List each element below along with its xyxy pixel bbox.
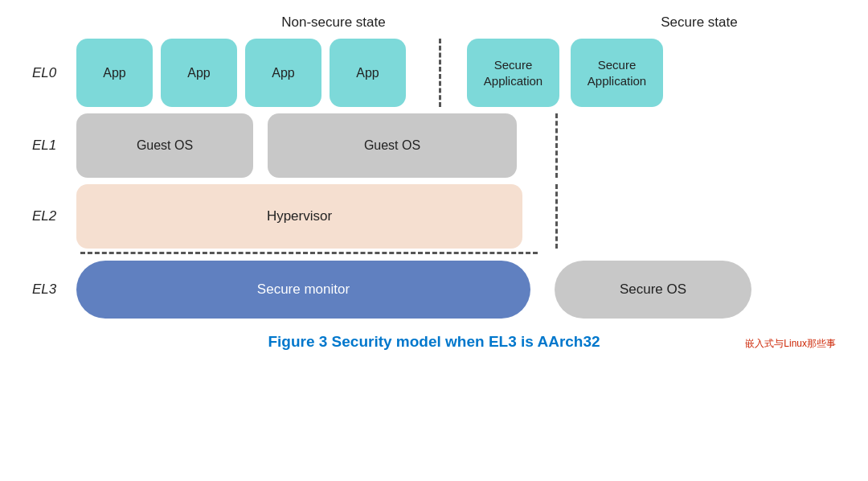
el1-nonsecure-group: Guest OS Guest OS <box>76 113 522 178</box>
app-box-2: App <box>161 39 237 107</box>
el1-label: EL1 <box>32 138 76 154</box>
secure-app-box-1: SecureApplication <box>467 39 559 107</box>
watermark: 嵌入式与Linux那些事 <box>745 337 836 351</box>
secure-state-label: Secure state <box>571 14 828 31</box>
figure-caption: Figure 3 Security model when EL3 is AArc… <box>32 333 836 351</box>
el0-label: EL0 <box>32 65 76 81</box>
el2-nonsecure-group: Hypervisor <box>76 184 522 249</box>
app-box-4: App <box>330 39 406 107</box>
el0-secure-group: SecureApplication SecureApplication <box>467 39 663 107</box>
secure-app-box-2: SecureApplication <box>571 39 663 107</box>
guest-os-box-2: Guest OS <box>268 113 517 178</box>
secure-os-box: Secure OS <box>555 261 751 319</box>
app-box-3: App <box>245 39 321 107</box>
secure-monitor-box: Secure monitor <box>76 261 530 319</box>
hypervisor-box: Hypervisor <box>76 184 522 249</box>
guest-os-box-1: Guest OS <box>76 113 253 178</box>
nonsecure-state-label: Non-secure state <box>137 14 530 31</box>
el3-label: EL3 <box>32 282 76 298</box>
app-box-1: App <box>76 39 153 107</box>
el2-label: EL2 <box>32 208 76 224</box>
el0-nonsecure-group: App App App App <box>76 39 406 107</box>
